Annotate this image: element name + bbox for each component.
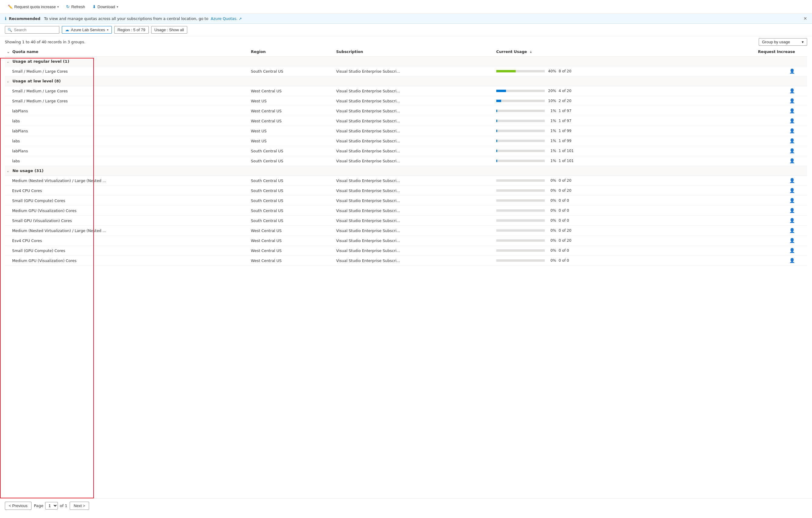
col-request-label: Request Increase [758, 49, 795, 54]
usage-count: 0 of 0 [559, 258, 569, 263]
info-icon: ℹ [5, 16, 6, 21]
usage-bar-wrap [496, 150, 545, 152]
quota-name-cell: labs [5, 136, 249, 146]
service-filter-button[interactable]: ☁ Azure Lab Services ▾ [62, 26, 112, 34]
download-button[interactable]: ⬇ Download ▾ [89, 2, 121, 11]
request-increase-cell: 👤 [687, 96, 807, 106]
usage-count: 8 of 20 [559, 69, 572, 73]
group-toggle-low[interactable]: ⌄ [7, 80, 9, 83]
service-filter-chevron: ▾ [107, 28, 109, 31]
group-label-no_usage: ⌄ No usage (31) [5, 166, 807, 176]
usage-pct: 0% [547, 249, 556, 253]
group-header-no_usage: ⌄ No usage (31) [5, 166, 807, 176]
request-increase-icon[interactable]: 👤 [789, 128, 795, 134]
quota-name-cell: Small / Medium / Large Cores [5, 66, 249, 76]
search-box[interactable]: 🔍 [5, 26, 59, 34]
subscription-cell: Visual Studio Enterprise Subscri... [335, 126, 494, 136]
table-row: Medium (Nested Virtualization) / Large (… [5, 226, 807, 236]
banner-close-button[interactable]: ✕ [804, 16, 807, 21]
region-cell: West Central US [249, 106, 334, 116]
request-quota-button[interactable]: ✏️ Request quota increase ▾ [5, 3, 62, 11]
usage-count: 0 of 20 [559, 178, 572, 183]
region-cell: West Central US [249, 226, 334, 236]
next-button[interactable]: Next > [70, 501, 89, 510]
table-row: labPlans West US Visual Studio Enterpris… [5, 126, 807, 136]
usage-count: 1 of 101 [559, 149, 574, 153]
col-header-subscription: Subscription [335, 47, 494, 57]
request-increase-icon[interactable]: 👤 [789, 68, 795, 74]
request-increase-icon[interactable]: 👤 [789, 88, 795, 94]
usage-cell: 1% 1 of 97 [494, 106, 687, 116]
previous-label: < Previous [9, 503, 28, 508]
group-by-label: Group by usage [762, 40, 790, 44]
request-increase-icon[interactable]: 👤 [789, 188, 795, 193]
group-header-regular: ⌄ Usage at regular level (1) [5, 57, 807, 66]
col-quota-toggle[interactable]: ⌄ [7, 49, 10, 54]
table-row: Medium (Nested Virtualization) / Large (… [5, 176, 807, 186]
page-select[interactable]: 1 [45, 502, 58, 510]
usage-cell: 40% 8 of 20 [494, 66, 687, 76]
col-header-current-usage[interactable]: Current Usage ↓ [494, 47, 687, 57]
request-increase-icon[interactable]: 👤 [789, 198, 795, 203]
request-increase-icon[interactable]: 👤 [789, 208, 795, 213]
usage-pct: 0% [547, 208, 556, 213]
subscription-cell: Visual Studio Enterprise Subscri... [335, 196, 494, 206]
usage-cell: 0% 0 of 0 [494, 246, 687, 256]
request-increase-icon[interactable]: 👤 [789, 98, 795, 104]
request-increase-icon[interactable]: 👤 [789, 138, 795, 144]
sort-desc-icon: ↓ [530, 50, 532, 54]
request-increase-icon[interactable]: 👤 [789, 238, 795, 243]
table-row: Small / Medium / Large Cores South Centr… [5, 66, 807, 76]
col-header-quota-name[interactable]: ⌄ Quota name [5, 47, 249, 57]
previous-button[interactable]: < Previous [5, 501, 31, 510]
group-by-dropdown[interactable]: Group by usage ▾ [759, 38, 807, 46]
quota-name-cell: labPlans [5, 106, 249, 116]
subscription-cell: Visual Studio Enterprise Subscri... [335, 106, 494, 116]
group-toggle-no_usage[interactable]: ⌄ [7, 169, 9, 173]
request-increase-cell: 👤 [687, 246, 807, 256]
subscription-cell: Visual Studio Enterprise Subscri... [335, 256, 494, 266]
request-increase-cell: 👤 [687, 186, 807, 196]
azure-quotas-link[interactable]: Azure Quotas. ↗ [211, 17, 242, 21]
request-increase-icon[interactable]: 👤 [789, 248, 795, 253]
request-increase-cell: 👤 [687, 126, 807, 136]
usage-filter-button[interactable]: Usage : Show all [151, 26, 187, 34]
request-increase-icon[interactable]: 👤 [789, 258, 795, 263]
group-header-low: ⌄ Usage at low level (8) [5, 76, 807, 86]
request-increase-icon[interactable]: 👤 [789, 178, 795, 183]
download-icon: ⬇ [92, 4, 96, 9]
refresh-button[interactable]: ↻ Refresh [63, 2, 88, 11]
group-toggle-regular[interactable]: ⌄ [7, 60, 9, 63]
subscription-cell: Visual Studio Enterprise Subscri... [335, 186, 494, 196]
request-increase-icon[interactable]: 👤 [789, 148, 795, 153]
subscription-cell: Visual Studio Enterprise Subscri... [335, 206, 494, 216]
request-increase-icon[interactable]: 👤 [789, 158, 795, 164]
request-increase-cell: 👤 [687, 106, 807, 116]
page-info: Page 1 of 1 [34, 502, 67, 510]
usage-count: 4 of 20 [559, 89, 572, 93]
request-increase-cell: 👤 [687, 66, 807, 76]
usage-cell: 0% 0 of 20 [494, 226, 687, 236]
col-usage-label: Current Usage [496, 49, 527, 54]
search-input[interactable] [14, 28, 57, 32]
usage-pct: 40% [547, 69, 556, 73]
request-increase-cell: 👤 [687, 196, 807, 206]
table-row: Small GPU (Visualization) Cores South Ce… [5, 216, 807, 226]
usage-pct: 1% [547, 129, 556, 133]
usage-cell: 1% 1 of 101 [494, 146, 687, 156]
col-header-request-increase: Request Increase [687, 47, 807, 57]
table-row: Small / Medium / Large Cores West US Vis… [5, 96, 807, 106]
table-row: Small (GPU Compute) Cores West Central U… [5, 246, 807, 256]
subscription-cell: Visual Studio Enterprise Subscri... [335, 146, 494, 156]
region-cell: West Central US [249, 86, 334, 96]
table-row: labPlans South Central US Visual Studio … [5, 146, 807, 156]
request-increase-cell: 👤 [687, 176, 807, 186]
request-increase-icon[interactable]: 👤 [789, 118, 795, 123]
usage-bar-fill [496, 110, 497, 112]
request-increase-icon[interactable]: 👤 [789, 218, 795, 223]
request-increase-icon[interactable]: 👤 [789, 108, 795, 114]
region-filter-button[interactable]: Region : 5 of 79 [114, 26, 149, 34]
usage-bar-fill [496, 150, 497, 152]
subscription-cell: Visual Studio Enterprise Subscri... [335, 136, 494, 146]
request-increase-icon[interactable]: 👤 [789, 228, 795, 233]
